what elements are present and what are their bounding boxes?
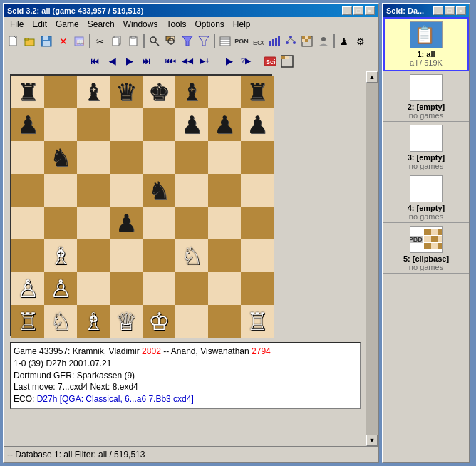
square[interactable] bbox=[208, 141, 241, 174]
reset-filter-button[interactable] bbox=[196, 33, 212, 49]
chess-piece[interactable]: ♕ bbox=[115, 309, 137, 333]
square[interactable]: ♟ bbox=[175, 108, 208, 141]
next-game-button[interactable]: ▶ bbox=[121, 53, 137, 69]
square[interactable] bbox=[110, 272, 143, 305]
chess-board[interactable]: ♜♝♛♚♝♜♟♟♟♟♞♞♟♗♘♙♙♖♘♗♕♔♖ bbox=[10, 74, 272, 336]
last-game-button[interactable]: ⏭ bbox=[138, 53, 154, 69]
square[interactable] bbox=[143, 108, 175, 141]
square[interactable]: ♘ bbox=[44, 305, 77, 338]
scroll-track[interactable] bbox=[366, 83, 378, 435]
menu-game[interactable]: Game bbox=[51, 19, 83, 30]
db-minimize-button[interactable]: _ bbox=[433, 6, 443, 15]
square[interactable] bbox=[44, 108, 77, 141]
square[interactable]: ♙ bbox=[11, 272, 44, 305]
new-button[interactable] bbox=[6, 33, 21, 49]
square[interactable] bbox=[208, 76, 241, 108]
menu-search[interactable]: Search bbox=[83, 19, 119, 30]
help-button[interactable]: ?▶ bbox=[238, 53, 254, 69]
chess-piece[interactable]: ♟ bbox=[181, 113, 202, 137]
prev-variation-button[interactable]: ⏮◀ bbox=[162, 53, 178, 69]
square[interactable]: ♞ bbox=[44, 141, 77, 174]
square[interactable] bbox=[208, 207, 241, 239]
close-db-button[interactable]: ✕ bbox=[55, 33, 71, 49]
menu-windows[interactable]: Windows bbox=[119, 19, 162, 30]
chess-piece[interactable]: ♞ bbox=[50, 145, 71, 170]
square[interactable]: ♕ bbox=[110, 305, 143, 338]
paste-button[interactable] bbox=[125, 33, 141, 49]
copy-button[interactable] bbox=[109, 33, 125, 49]
square[interactable] bbox=[11, 174, 44, 207]
minimize-button[interactable]: _ bbox=[342, 6, 352, 15]
square[interactable] bbox=[241, 207, 274, 239]
square[interactable] bbox=[175, 207, 208, 239]
chess-piece[interactable]: ♟ bbox=[214, 113, 235, 137]
square[interactable] bbox=[175, 272, 208, 305]
square[interactable]: ♖ bbox=[241, 305, 274, 338]
square[interactable]: ♙ bbox=[44, 272, 77, 305]
square[interactable] bbox=[110, 174, 143, 207]
square[interactable] bbox=[77, 239, 110, 272]
square[interactable]: ♗ bbox=[44, 239, 77, 272]
square[interactable]: ♝ bbox=[175, 76, 208, 108]
board-size-button[interactable] bbox=[279, 53, 295, 69]
square[interactable] bbox=[143, 141, 175, 174]
square[interactable] bbox=[208, 239, 241, 272]
square[interactable] bbox=[11, 207, 44, 239]
db-entry-5[interactable]: CLIPBD 5: [clipbase] no games bbox=[383, 223, 469, 274]
eco-button[interactable]: ECO bbox=[250, 33, 266, 49]
chess-piece[interactable]: ♜ bbox=[17, 80, 38, 104]
move-flag-button[interactable]: ▶ bbox=[221, 53, 237, 69]
square[interactable] bbox=[175, 174, 208, 207]
eco-full[interactable]: D27h [QGA: Classical, 6...a6 7.Bb3 cxd4] bbox=[37, 394, 194, 404]
chess-piece[interactable]: ♜ bbox=[247, 80, 268, 104]
start-variation-button[interactable]: ◀◀ bbox=[180, 53, 195, 69]
square[interactable] bbox=[11, 141, 44, 174]
square[interactable]: ♔ bbox=[143, 305, 175, 338]
square[interactable]: ♟ bbox=[208, 108, 241, 141]
black-player[interactable]: Anand, Viswanathan bbox=[171, 346, 249, 356]
prev-game-button[interactable]: ◀ bbox=[104, 53, 120, 69]
chess-piece[interactable]: ♙ bbox=[50, 276, 71, 301]
close-button[interactable]: × bbox=[365, 6, 375, 15]
chess-piece[interactable]: ♗ bbox=[50, 244, 71, 268]
scroll-down-button[interactable]: ▼ bbox=[366, 435, 378, 446]
db-close-button[interactable]: × bbox=[456, 6, 466, 15]
chess-piece[interactable]: ♖ bbox=[17, 309, 38, 333]
scroll-up-button[interactable]: ▲ bbox=[366, 71, 378, 83]
db-entry-4[interactable]: 4: [empty] no games bbox=[383, 172, 469, 223]
square[interactable] bbox=[208, 305, 241, 338]
square[interactable] bbox=[175, 141, 208, 174]
db-entry-2[interactable]: 2: [empty] no games bbox=[383, 71, 469, 122]
chess-piece[interactable]: ♞ bbox=[148, 178, 170, 202]
scrollbar[interactable]: ▲ ▼ bbox=[366, 71, 378, 446]
square[interactable] bbox=[110, 108, 143, 141]
chess-piece[interactable]: ♛ bbox=[115, 80, 137, 104]
square[interactable]: ♟ bbox=[241, 108, 274, 141]
square[interactable]: ♛ bbox=[110, 76, 143, 108]
square[interactable] bbox=[77, 272, 110, 305]
square[interactable] bbox=[110, 239, 143, 272]
square[interactable]: ♟ bbox=[110, 207, 143, 239]
board-button[interactable] bbox=[299, 33, 315, 49]
chess-piece[interactable]: ♝ bbox=[181, 80, 202, 104]
square[interactable] bbox=[241, 272, 274, 305]
chess-piece[interactable]: ♘ bbox=[181, 244, 202, 268]
square[interactable] bbox=[110, 141, 143, 174]
db-entry-1[interactable]: 📋 1: all all / 519K bbox=[383, 17, 469, 71]
maximize-button[interactable]: □ bbox=[353, 6, 363, 15]
square[interactable] bbox=[208, 272, 241, 305]
square[interactable] bbox=[175, 305, 208, 338]
engine2-button[interactable]: Scid bbox=[262, 53, 278, 69]
menu-help[interactable]: Help bbox=[229, 19, 255, 30]
first-game-button[interactable]: ⏮ bbox=[87, 53, 103, 69]
player-info-button[interactable] bbox=[316, 33, 331, 49]
square[interactable] bbox=[241, 174, 274, 207]
menu-tools[interactable]: Tools bbox=[162, 19, 190, 30]
square[interactable] bbox=[241, 141, 274, 174]
square[interactable] bbox=[77, 108, 110, 141]
square[interactable] bbox=[44, 207, 77, 239]
chess-piece[interactable]: ♟ bbox=[17, 113, 38, 137]
pgn-button[interactable]: PGN bbox=[234, 33, 249, 49]
menu-file[interactable]: File bbox=[6, 19, 28, 30]
games-list-button[interactable] bbox=[217, 33, 233, 49]
